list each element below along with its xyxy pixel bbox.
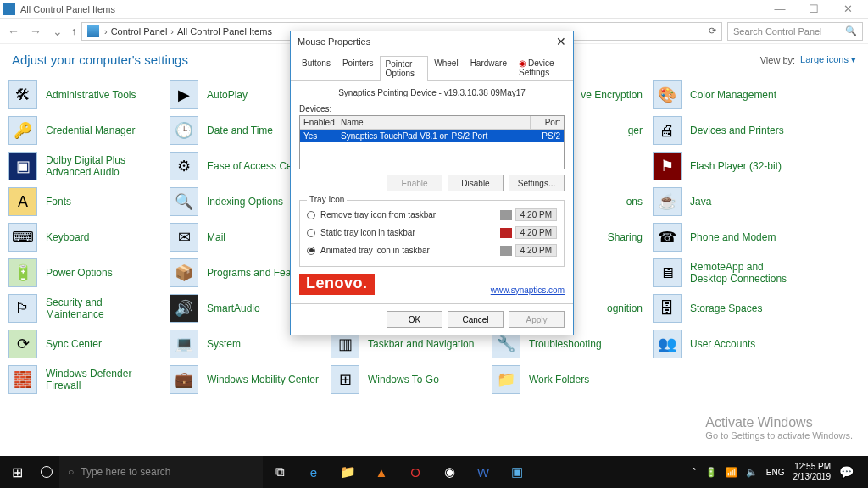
language-indicator[interactable]: ENG bbox=[766, 468, 785, 477]
system-icon: 💻 bbox=[170, 330, 198, 358]
item[interactable]: ⟳Sync Center bbox=[3, 326, 164, 362]
recent-dropdown[interactable]: ⌄ bbox=[49, 23, 66, 40]
users-icon: 👥 bbox=[653, 330, 682, 358]
tray-legend: Tray Icon bbox=[307, 195, 347, 204]
search-icon: 🔍 bbox=[845, 25, 857, 36]
maximize-button[interactable]: ☐ bbox=[797, 1, 831, 18]
taskbar-search[interactable]: ○Type here to search bbox=[59, 456, 263, 488]
wifi-icon[interactable]: 📶 bbox=[726, 467, 737, 478]
task-view-button[interactable]: ⧉ bbox=[263, 456, 297, 488]
security-icon: 🏳 bbox=[8, 294, 37, 323]
opera-icon[interactable]: O bbox=[398, 456, 432, 488]
item[interactable]: 💼Windows Mobility Center bbox=[164, 362, 326, 397]
crumb-control-panel[interactable]: Control Panel bbox=[111, 26, 168, 36]
forward-button[interactable]: → bbox=[27, 23, 44, 40]
battery-icon[interactable]: 🔋 bbox=[705, 467, 717, 478]
vlc-icon[interactable]: ▲ bbox=[364, 456, 398, 488]
item[interactable]: AFonts bbox=[3, 184, 164, 219]
printer-icon: 🖨 bbox=[653, 116, 682, 145]
dialog-titlebar[interactable]: Mouse Properties ✕ bbox=[291, 31, 573, 52]
item[interactable]: 🏳Security and Maintenance bbox=[3, 291, 164, 326]
tray-preview-icon bbox=[500, 228, 512, 238]
item[interactable]: ☕Java bbox=[648, 184, 809, 219]
radio-animated-tray[interactable]: Animated tray icon in taskbar bbox=[307, 246, 430, 255]
up-button[interactable]: ↑ bbox=[71, 25, 76, 37]
tab-pointer-options[interactable]: Pointer Options bbox=[380, 56, 429, 81]
search-box[interactable]: Search Control Panel 🔍 bbox=[727, 22, 863, 41]
indexing-icon: 🔍 bbox=[170, 187, 198, 216]
phone-icon: ☎ bbox=[653, 223, 682, 252]
item[interactable]: ☎Phone and Modem bbox=[648, 219, 809, 255]
tabs: Buttons Pointers Pointer Options Wheel H… bbox=[291, 52, 573, 81]
activate-windows-watermark: Activate Windows Go to Settings to activ… bbox=[705, 415, 853, 441]
item[interactable]: 👥User Accounts bbox=[648, 326, 809, 362]
dolby-icon: ▣ bbox=[8, 152, 37, 180]
item[interactable]: 🎨Color Management bbox=[648, 77, 809, 113]
driver-version: Synaptics Pointing Device - v19.3.10.38 … bbox=[299, 86, 565, 103]
item[interactable]: 🧱Windows Defender Firewall bbox=[3, 362, 164, 397]
autoplay-icon: ▶ bbox=[170, 80, 198, 109]
synaptics-link[interactable]: www.synaptics.com bbox=[491, 286, 565, 295]
tab-wheel[interactable]: Wheel bbox=[428, 55, 464, 80]
explorer-icon[interactable]: 📁 bbox=[331, 456, 364, 488]
tab-pointers[interactable]: Pointers bbox=[337, 55, 380, 80]
power-icon: 🔋 bbox=[8, 258, 37, 287]
item[interactable]: 🔑Credential Manager bbox=[3, 113, 164, 148]
word-icon[interactable]: W bbox=[466, 456, 500, 488]
wintogo-icon: ⊞ bbox=[331, 365, 359, 394]
item[interactable]: 🖥RemoteApp and Desktop Connections bbox=[648, 255, 809, 291]
cancel-button[interactable]: Cancel bbox=[448, 311, 504, 328]
tray-preview-icon bbox=[500, 246, 512, 256]
volume-icon[interactable]: 🔈 bbox=[746, 467, 758, 478]
item[interactable]: ▣Dolby Digital Plus Advanced Audio bbox=[3, 148, 164, 184]
chrome-icon[interactable]: ◉ bbox=[432, 456, 466, 488]
tray-chevron-icon[interactable]: ˄ bbox=[692, 467, 697, 478]
tab-device-settings[interactable]: ◉Device Settings bbox=[513, 55, 568, 80]
cortana-button[interactable] bbox=[34, 456, 59, 488]
keyboard-icon: ⌨ bbox=[8, 223, 37, 252]
back-button[interactable]: ← bbox=[5, 23, 22, 40]
enable-button: Enable bbox=[387, 175, 442, 191]
tab-hardware[interactable]: Hardware bbox=[465, 55, 513, 80]
radio-static-tray[interactable]: Static tray icon in taskbar bbox=[307, 228, 415, 237]
crumb-all-items[interactable]: All Control Panel Items bbox=[177, 26, 272, 36]
minimize-button[interactable]: — bbox=[763, 1, 797, 18]
item[interactable]: ⊞Windows To Go bbox=[326, 362, 487, 397]
view-by[interactable]: View by: Large icons ▾ bbox=[760, 54, 856, 65]
synaptics-tab-icon: ◉ bbox=[519, 58, 526, 68]
mobility-icon: 💼 bbox=[170, 365, 198, 394]
settings-button[interactable]: Settings... bbox=[509, 175, 565, 191]
lenovo-logo: Lenovo. bbox=[299, 274, 375, 295]
apply-button: Apply bbox=[509, 311, 565, 328]
control-panel-taskbar-icon[interactable]: ▣ bbox=[500, 456, 534, 488]
workfolders-icon: 📁 bbox=[492, 365, 520, 394]
taskbar: ⊞ ○Type here to search ⧉ e 📁 ▲ O ◉ W ▣ ˄… bbox=[0, 456, 868, 488]
item[interactable]: 📁Work Folders bbox=[487, 362, 648, 397]
control-panel-icon bbox=[3, 3, 15, 15]
remoteapp-icon: 🖥 bbox=[653, 258, 682, 287]
ease-icon: ⚙ bbox=[170, 152, 198, 180]
ok-button[interactable]: OK bbox=[387, 311, 442, 328]
list-header: EnabledNamePort bbox=[300, 116, 564, 130]
action-center-icon[interactable]: 💬 bbox=[839, 465, 861, 479]
item[interactable]: 🖨Devices and Printers bbox=[648, 113, 809, 148]
item[interactable]: 🔋Power Options bbox=[3, 255, 164, 291]
tray-icon-group: Tray Icon Remove tray icon from taskbar4… bbox=[299, 200, 565, 267]
taskbar-clock[interactable]: 12:55 PM2/13/2019 bbox=[793, 462, 832, 482]
dialog-close-button[interactable]: ✕ bbox=[556, 35, 566, 48]
close-button[interactable]: ✕ bbox=[831, 1, 865, 18]
device-row-selected[interactable]: YesSynaptics TouchPad V8.1 on PS/2 PortP… bbox=[300, 130, 564, 142]
disable-button[interactable]: Disable bbox=[448, 175, 504, 191]
tab-buttons[interactable]: Buttons bbox=[296, 55, 337, 80]
item[interactable]: 🛠Administrative Tools bbox=[3, 77, 164, 113]
datetime-icon: 🕒 bbox=[170, 116, 198, 145]
radio-remove-tray[interactable]: Remove tray icon from taskbar bbox=[307, 210, 436, 219]
view-by-value[interactable]: Large icons ▾ bbox=[800, 54, 856, 65]
item[interactable]: ⚑Flash Player (32-bit) bbox=[648, 148, 809, 184]
devices-list[interactable]: EnabledNamePort YesSynaptics TouchPad V8… bbox=[299, 115, 565, 169]
refresh-button[interactable]: ⟳ bbox=[709, 25, 716, 36]
edge-icon[interactable]: e bbox=[297, 456, 331, 488]
item[interactable]: ⌨Keyboard bbox=[3, 219, 164, 255]
item[interactable]: 🗄Storage Spaces bbox=[648, 291, 809, 326]
start-button[interactable]: ⊞ bbox=[0, 456, 34, 488]
